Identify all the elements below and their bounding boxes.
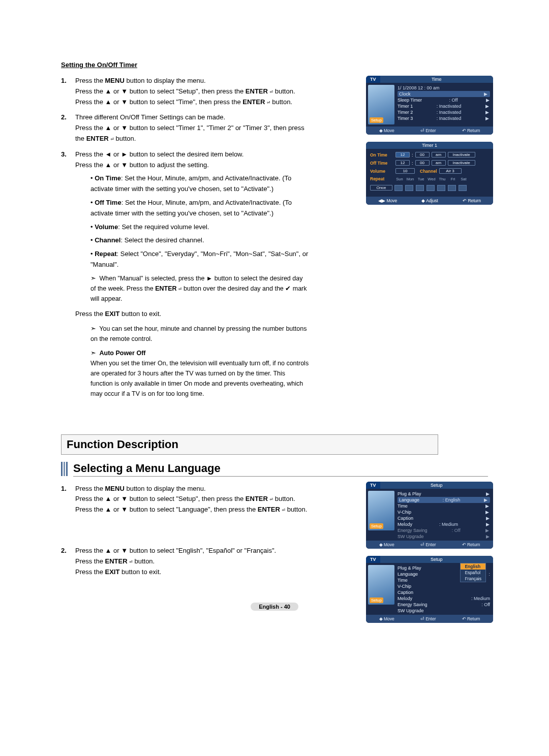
step-num: 3. [61,149,75,399]
step-body: Press the MENU button to display the men… [75,76,309,107]
osd-thumbnail: Setup [368,491,394,530]
step-body: Press the ▲ or ▼ button to select "Engli… [75,546,309,577]
step-body: Press the ◄ or ► button to select the de… [75,149,309,399]
step-body: Three different On/Off Timer Settings ca… [75,112,309,144]
step-num: 2. [61,546,75,577]
language-heading: Selecting a Menu Language [61,462,488,477]
osd-tv-tab: TV [366,76,380,83]
note-icon: ➣ [90,324,98,334]
step-num: 1. [61,76,75,107]
step-num: 2. [61,112,75,144]
step-body: Press the MENU button to display the men… [75,484,309,515]
osd-title: Time [380,76,493,83]
heading-decor-icon [61,462,68,476]
osd-thumbnail: Setup [368,565,394,605]
note-icon: ➣ [90,273,98,284]
language-popup: EnglishEspañolFrançais [460,563,486,582]
osd-time-panel: TV Time Setup 1/ 1/2008 12 : 00 am Clock… [366,76,493,135]
section-title: Setting the On/Off Timer [61,61,488,69]
osd-setup-popup-panel: TV Setup Setup Plug & PlayLanguage:TimeV… [366,556,493,623]
function-description-heading: Function Description [61,434,438,455]
osd-timer1-panel: Timer 1 On Time 12: 00 am Inactivate Off… [366,142,493,205]
osd-thumbnail: Setup [368,85,394,124]
step-num: 1. [61,484,75,515]
osd-setup-panel: TV Setup Setup Plug & Play▶Language: Eng… [366,482,493,549]
note-icon: ➣ [90,348,98,358]
